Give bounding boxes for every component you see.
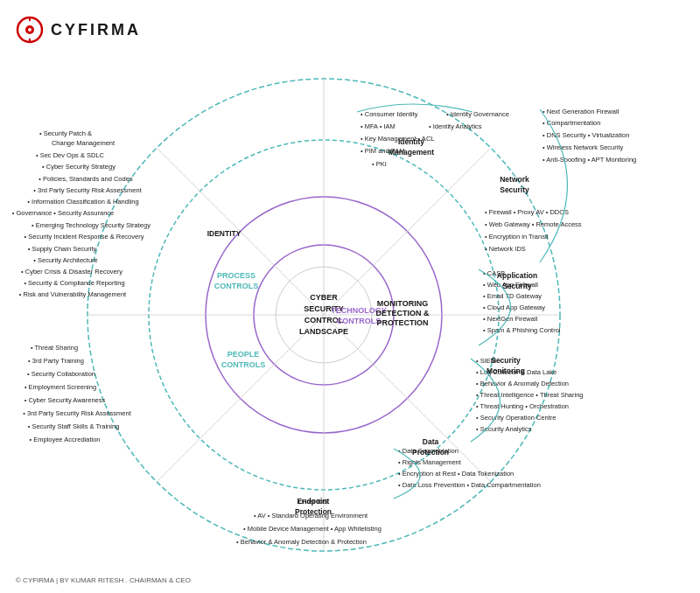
ns-item-9: • Network IDS — [485, 245, 526, 253]
process-item-3: • Cyber Security Strategy — [42, 163, 116, 171]
monitoring-label3: PROTECTION — [376, 318, 428, 327]
sm-item-1: • SIEM — [476, 357, 496, 365]
process-item-5: • 3rd Party Security Risk Assessment — [33, 186, 142, 194]
process-item-12: • Cyber Crisis & Disaster Recovery — [21, 268, 122, 276]
id-item-1: • Consumer Identity — [360, 110, 418, 118]
diagram-container: CYBER SECURITY CONTROL LANDSCAPE TECHNOL… — [0, 52, 700, 577]
sm-item-4: • Threat Intelligence • Threat Sharing — [476, 391, 584, 399]
network-security-title2: Security — [500, 185, 529, 194]
technology-controls-label2: CONTROLS — [337, 317, 382, 325]
id-item-4: • Identity Analytics — [429, 122, 482, 130]
id-item-5: • Key Management • ACL — [360, 135, 434, 143]
process-item-14: • Risk and Vulnerability Management — [19, 290, 127, 298]
ep-item-3: • Mobile Device Management • App Whiteli… — [243, 525, 382, 533]
footer-text: © CYFIRMA | BY KUMAR RITESH . CHAIRMAN &… — [16, 576, 191, 584]
network-security-title: Network — [500, 175, 529, 184]
as-item-4: • Cloud App Gateway — [483, 303, 545, 311]
process-item-9: • Security Incident Response & Recovery — [24, 233, 144, 241]
dp-item-1: • Data Segmentation — [398, 447, 458, 455]
people-controls-label: PEOPLE — [228, 350, 260, 359]
process-controls-label: PROCESS — [217, 271, 256, 280]
id-item-2: • Identity Governance — [446, 110, 509, 118]
center-title-line4: LANDSCAPE — [299, 327, 348, 336]
process-item-2: • Sec Dev Ops & SDLC — [36, 151, 105, 159]
process-item-7: • Governance • Security Assurance — [12, 209, 115, 217]
ns-item-6: • Firewall • Proxy AV • DDOS — [485, 208, 569, 216]
as-item-2: • Web App Firewall — [483, 281, 538, 289]
process-item-8: • Emerging Technology Security Strategy — [32, 221, 150, 229]
dp-item-4: • Data Loss Prevention • Data Compartmen… — [398, 481, 541, 489]
ns-item-8: • Encryption in Transit — [485, 233, 550, 241]
people-item-4: • Employment Screening — [24, 383, 96, 391]
ns-item-5: • Anti-Spoofing • APT Monitoring — [542, 156, 636, 164]
people-item-5: • Cyber Security Awareness — [24, 396, 106, 404]
data-prot-title: Data — [423, 437, 439, 446]
svg-point-4 — [28, 28, 32, 31]
process-controls-label2: CONTROLS — [214, 282, 259, 290]
process-item-13: • Security & Compliance Reporting — [24, 279, 124, 287]
dp-item-2: • Rights Management — [398, 458, 462, 466]
people-controls-label2: CONTROLS — [221, 360, 266, 369]
people-item-2: • 3rd Party Training — [28, 357, 84, 365]
ep-item-4: • Behavior & Anomaly Detection & Protect… — [236, 538, 367, 546]
sm-item-3: • Behavior & Anomaly Detection — [476, 380, 569, 387]
people-item-8: • Employee Accrediation — [29, 436, 100, 443]
process-item-10: • Supply Chain Security — [28, 245, 97, 253]
as-item-3: • Email TD Gateway — [483, 292, 542, 300]
monitoring-label: MONITORING — [377, 299, 428, 308]
center-title-line1: CYBER — [310, 293, 338, 302]
monitoring-label2: DETECTION & — [375, 309, 430, 317]
ep-item-1: • Host IDS — [298, 498, 328, 506]
dp-item-3: • Encryption at Rest • Data Tokenization — [398, 470, 514, 478]
ns-item-4: • Wireless Network Security — [542, 143, 623, 151]
process-item-4: • Policies, Standards and Codes — [38, 175, 133, 183]
ns-item-7: • Web Gateway • Remote Access — [485, 220, 582, 228]
main-diagram: CYBER SECURITY CONTROL LANDSCAPE TECHNOL… — [0, 52, 700, 577]
process-item-1: • Security Patch & — [39, 129, 92, 137]
ep-item-2: • AV • Standard Operating Environment — [254, 512, 368, 520]
logo-text: CYFIRMA — [51, 21, 141, 39]
people-item-3: • Security Collaboration — [27, 370, 95, 378]
as-item-1: • CASB — [483, 269, 505, 277]
sm-item-6: • Security Operation Centre — [476, 414, 556, 422]
as-item-6: • Spam & Phishing Control — [483, 326, 561, 334]
logo-area: CYFIRMA — [16, 16, 141, 44]
as-item-5: • NextGen Firewall — [483, 315, 538, 323]
process-item-1b: Change Management — [52, 139, 116, 147]
ns-item-1: • Next Generation Firewall — [542, 108, 620, 115]
cyfirma-logo-icon — [16, 16, 44, 44]
id-item-7: • PKI — [372, 160, 387, 168]
id-item-3: • MFA • IAM — [360, 122, 396, 130]
process-item-11: • Security Architecture — [33, 256, 98, 264]
people-item-7: • Security Staff Skills & Training — [28, 422, 120, 430]
id-item-6: • PIM and PAM — [360, 147, 404, 155]
process-item-6: • Information Classification & Handling — [27, 198, 138, 206]
sm-item-5: • Threat Hunting • Orchestration — [476, 402, 569, 410]
people-item-6: • 3rd Party Security Risk Assessment — [23, 409, 131, 417]
people-item-1: • Threat Sharing — [31, 344, 78, 352]
identity-section-label: IDENTITY — [207, 229, 242, 238]
